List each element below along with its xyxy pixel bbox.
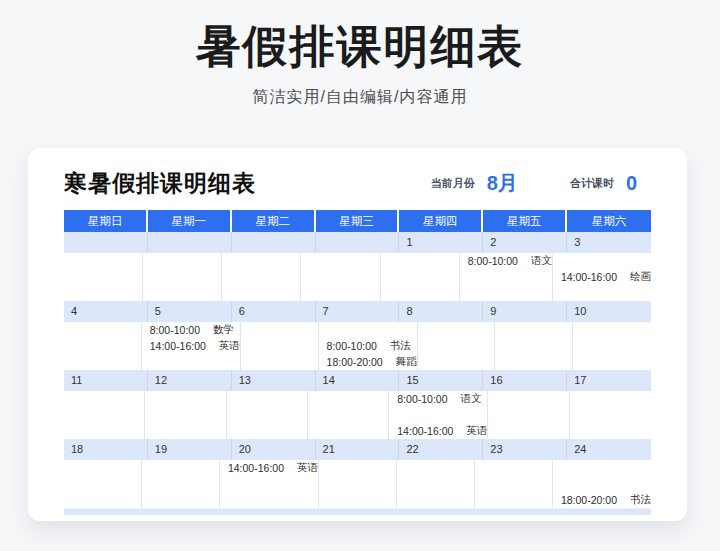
course-entry[interactable]: 8:00-10:00书法	[319, 339, 411, 353]
course-slot	[220, 476, 318, 492]
day-cell[interactable]: 8:00-10:00语文	[460, 253, 553, 301]
course-slot	[227, 423, 307, 439]
date-cell[interactable]: 14	[316, 370, 400, 391]
date-cell[interactable]: 11	[64, 370, 148, 391]
course-entry[interactable]: 8:00-10:00语文	[460, 254, 552, 268]
date-cell[interactable]: 16	[483, 370, 567, 391]
course-slot	[308, 391, 388, 407]
course-slot	[64, 407, 144, 423]
course-slot	[570, 423, 651, 439]
content-row-week-2: 8:00-10:00语文14:00-16:00英语	[64, 391, 651, 439]
date-cell[interactable]: 12	[148, 370, 232, 391]
course-slot	[64, 460, 141, 476]
date-row-week-2: 11121314151617	[64, 370, 651, 391]
date-cell[interactable]: 9	[483, 301, 567, 322]
date-cell[interactable]: 21	[316, 439, 400, 460]
day-cell[interactable]	[64, 322, 142, 370]
day-cell[interactable]	[142, 460, 220, 508]
date-row-week-1: 45678910	[64, 301, 651, 322]
course-subject: 书法	[390, 339, 411, 353]
current-month-value: 8月	[487, 170, 518, 197]
course-entry[interactable]: 14:00-16:00英语	[142, 339, 240, 353]
course-slot: 18:00-20:00舞蹈	[319, 354, 417, 370]
day-cell[interactable]	[64, 391, 145, 439]
date-cell[interactable]: 6	[232, 301, 316, 322]
date-cell[interactable]: 7	[316, 301, 400, 322]
day-cell[interactable]: 14:00-16:00绘画	[553, 253, 651, 301]
day-cell[interactable]: 8:00-10:00语文14:00-16:00英语	[389, 391, 488, 439]
day-cell[interactable]	[308, 391, 389, 439]
hero-section: 暑假排课明细表 简洁实用/自由编辑/内容通用	[0, 0, 720, 108]
day-cell[interactable]	[573, 322, 651, 370]
day-cell[interactable]	[418, 322, 496, 370]
course-entry[interactable]: 14:00-16:00绘画	[553, 270, 651, 284]
day-cell[interactable]	[222, 253, 301, 301]
day-cell[interactable]	[381, 253, 460, 301]
date-cell[interactable]: 3	[567, 232, 651, 253]
course-subject: 舞蹈	[396, 355, 417, 369]
course-slot	[301, 269, 379, 285]
course-time: 14:00-16:00	[397, 425, 453, 437]
day-cell[interactable]: 14:00-16:00英语	[220, 460, 319, 508]
date-cell[interactable]: 17	[567, 370, 651, 391]
course-slot	[241, 322, 318, 338]
course-slot	[319, 322, 417, 338]
day-cell[interactable]	[227, 391, 308, 439]
date-cell[interactable]: 23	[483, 439, 567, 460]
course-entry[interactable]: 18:00-20:00书法	[553, 493, 651, 507]
course-slot	[64, 322, 141, 338]
weekday-header-5: 星期五	[483, 210, 567, 232]
date-cell[interactable]: 19	[148, 439, 232, 460]
day-cell[interactable]: 8:00-10:00书法18:00-20:00舞蹈	[319, 322, 418, 370]
course-subject: 数学	[213, 323, 234, 337]
day-cell[interactable]	[475, 460, 553, 508]
date-cell[interactable]: 13	[232, 370, 316, 391]
day-cell[interactable]	[488, 391, 569, 439]
day-cell[interactable]: 18:00-20:00书法	[553, 460, 651, 508]
course-slot	[319, 460, 396, 476]
course-entry[interactable]: 14:00-16:00英语	[220, 461, 318, 475]
course-entry[interactable]: 14:00-16:00英语	[389, 424, 487, 438]
date-cell[interactable]: 8	[399, 301, 483, 322]
date-cell[interactable]	[148, 232, 232, 253]
day-cell[interactable]	[145, 391, 226, 439]
course-slot	[475, 476, 552, 492]
date-cell[interactable]	[316, 232, 400, 253]
day-cell[interactable]	[64, 253, 143, 301]
content-row-week-3: 14:00-16:00英语18:00-20:00书法	[64, 460, 651, 508]
day-cell[interactable]	[319, 460, 397, 508]
day-cell[interactable]	[301, 253, 380, 301]
course-subject: 英语	[219, 339, 240, 353]
day-cell[interactable]	[143, 253, 222, 301]
day-cell[interactable]	[397, 460, 475, 508]
course-slot	[143, 253, 221, 269]
course-entry[interactable]: 8:00-10:00数学	[142, 323, 234, 337]
date-cell[interactable]: 24	[567, 439, 651, 460]
course-slot	[418, 322, 495, 338]
course-slot	[389, 407, 487, 423]
course-entry[interactable]: 18:00-20:00舞蹈	[319, 355, 417, 369]
date-cell[interactable]: 1	[399, 232, 483, 253]
date-cell[interactable]	[64, 232, 148, 253]
date-cell[interactable]: 5	[148, 301, 232, 322]
day-cell[interactable]: 8:00-10:00数学14:00-16:00英语	[142, 322, 241, 370]
date-cell[interactable]: 2	[483, 232, 567, 253]
course-slot	[64, 423, 144, 439]
date-row-week-3: 18192021222324	[64, 439, 651, 460]
day-cell[interactable]	[570, 391, 651, 439]
day-cell[interactable]	[495, 322, 573, 370]
course-slot	[381, 253, 459, 269]
date-cell[interactable]: 22	[399, 439, 483, 460]
day-cell[interactable]	[241, 322, 319, 370]
date-cell[interactable]: 15	[399, 370, 483, 391]
date-cell[interactable]: 18	[64, 439, 148, 460]
course-slot	[227, 391, 307, 407]
date-cell[interactable]: 20	[232, 439, 316, 460]
day-cell[interactable]	[64, 460, 142, 508]
course-slot	[64, 253, 142, 269]
course-entry[interactable]: 8:00-10:00语文	[389, 392, 481, 406]
course-slot	[475, 492, 552, 508]
date-cell[interactable]: 4	[64, 301, 148, 322]
date-cell[interactable]: 10	[567, 301, 651, 322]
date-cell[interactable]	[232, 232, 316, 253]
